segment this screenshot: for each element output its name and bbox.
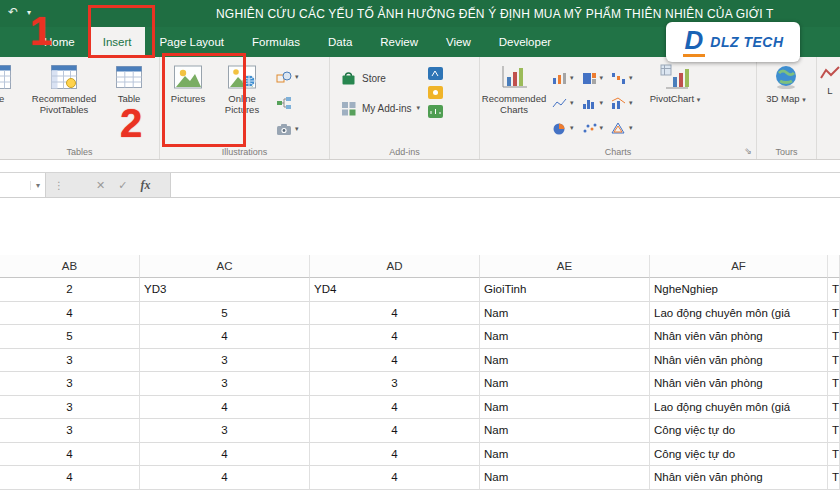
screenshot-button[interactable]: ▾ [274,118,301,140]
recommended-charts-icon [499,64,529,90]
insert-combo-chart-button[interactable]: ▾ [609,92,635,114]
pivottable-button[interactable]: ble [0,60,24,146]
cell[interactable]: Nhân viên văn phòng [650,372,828,396]
formula-input[interactable] [170,173,840,197]
cell[interactable]: 4 [310,325,480,349]
cell[interactable]: 3 [140,349,310,373]
name-box-dropdown-icon[interactable]: ▾ [30,181,45,190]
cell[interactable]: 4 [140,396,310,420]
addin-yellow-icon[interactable] [428,86,443,99]
cell[interactable]: Nhân viên văn phòng [650,325,828,349]
cell[interactable]: 3 [140,419,310,443]
insert-pie-chart-button[interactable]: ▾ [550,117,576,139]
pivottable-label: ble [0,93,4,104]
cell[interactable]: 3 [310,372,480,396]
cell[interactable]: 5 [0,325,140,349]
column-header[interactable] [828,255,840,278]
cell[interactable]: Nhân viên văn phòng [650,466,828,490]
tab-developer[interactable]: Developer [485,27,565,57]
undo-icon[interactable]: ↶ [8,5,18,19]
insert-waterfall-chart-button[interactable]: ▾ [609,67,635,89]
excel-window: ↶ ▾ NGHIÊN CỨU CÁC YẾU TỐ ẢNH HƯỞNG ĐẾN … [0,0,840,500]
recommended-pivottables-button[interactable]: Recommended PivotTables [24,60,104,146]
cell[interactable]: 3 [0,372,140,396]
insert-scatter-chart-button[interactable]: ▾ [580,117,606,139]
cell[interactable]: Nam [480,325,650,349]
enter-icon[interactable]: ✓ [118,179,127,192]
cell[interactable]: Công việc tự do [650,443,828,467]
cell[interactable]: 3 [140,372,310,396]
cell[interactable]: 4 [310,419,480,443]
insert-statistic-chart-button[interactable]: ▾ [580,92,606,114]
cell[interactable]: Công việc tự do [650,419,828,443]
cell[interactable]: 3 [0,396,140,420]
cell[interactable]: Nam [480,349,650,373]
cell[interactable]: 5 [140,302,310,326]
line-sparkline-button[interactable]: L [819,60,840,146]
shapes-button[interactable]: ▾ [274,66,301,88]
cell[interactable]: 4 [0,443,140,467]
cell[interactable]: 4 [310,443,480,467]
cell[interactable]: 4 [140,466,310,490]
cell[interactable]: Nam [480,466,650,490]
cell[interactable]: T [828,349,840,373]
cell[interactable]: Nam [480,302,650,326]
store-icon [340,70,357,86]
column-header[interactable]: AF [650,255,828,278]
cell[interactable]: T [828,419,840,443]
cell[interactable]: Lao động chuyên môn (giá [650,302,828,326]
cell[interactable]: Nam [480,443,650,467]
column-header[interactable]: AB [0,255,140,278]
recommended-charts-button[interactable]: Recommended Charts [482,60,546,146]
cell[interactable]: GioiTinh [480,278,650,302]
cell[interactable]: 4 [310,349,480,373]
cell[interactable]: 3 [0,419,140,443]
cell[interactable]: YD3 [140,278,310,302]
tab-data[interactable]: Data [314,27,366,57]
cell[interactable]: 3 [0,349,140,373]
tab-review[interactable]: Review [366,27,432,57]
cell[interactable]: T [828,466,840,490]
insert-radar-chart-button[interactable]: ▾ [609,117,635,139]
column-header[interactable]: AE [480,255,650,278]
cell[interactable]: T [828,372,840,396]
line-sparkline-label: L [827,85,832,96]
cell[interactable]: 4 [310,466,480,490]
cell[interactable]: T [828,396,840,420]
cell[interactable]: 4 [310,302,480,326]
addin-blue-icon[interactable] [428,67,443,80]
cell[interactable]: YD4 [310,278,480,302]
store-button[interactable]: Store [340,70,424,86]
addin-green-icon[interactable] [428,105,443,118]
cell[interactable]: Nam [480,419,650,443]
cell[interactable]: T [828,443,840,467]
my-addins-button[interactable]: My Add-ins ▾ [340,100,424,116]
cell[interactable]: 2 [0,278,140,302]
name-box[interactable]: ▾ [0,173,46,197]
pivotchart-button[interactable]: PivotChart ▾ [646,60,704,146]
cell[interactable]: Nhân viên văn phòng [650,349,828,373]
insert-function-button[interactable]: fx [140,178,150,193]
cell[interactable]: T [828,278,840,302]
cell[interactable]: 4 [0,302,140,326]
cell[interactable]: NgheNghiep [650,278,828,302]
cell[interactable]: Lao động chuyên môn (giá [650,396,828,420]
cell[interactable]: 4 [310,396,480,420]
cell[interactable]: 4 [0,466,140,490]
cell[interactable]: Nam [480,396,650,420]
tab-view[interactable]: View [432,27,485,57]
column-header[interactable]: AD [310,255,480,278]
insert-column-chart-button[interactable]: ▾ [550,67,576,89]
column-header[interactable]: AC [140,255,310,278]
tab-formulas[interactable]: Formulas [238,27,314,57]
insert-line-chart-button[interactable]: ▾ [550,92,576,114]
3d-map-button[interactable]: 3D Map ▾ [759,60,813,146]
cancel-icon[interactable]: ✕ [96,179,105,192]
cell[interactable]: 4 [140,325,310,349]
cell[interactable]: Nam [480,372,650,396]
insert-hierarchy-chart-button[interactable]: ▾ [580,67,606,89]
cell[interactable]: T [828,325,840,349]
smartart-button[interactable] [274,92,301,114]
cell[interactable]: T [828,302,840,326]
cell[interactable]: 4 [140,443,310,467]
